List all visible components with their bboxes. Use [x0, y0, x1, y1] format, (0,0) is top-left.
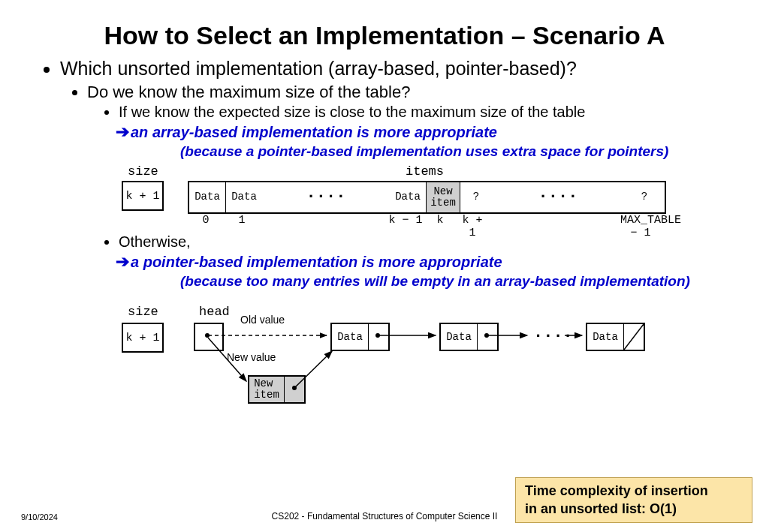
linked-diagram: size head k + 1 New item Data Data [30, 293, 731, 409]
complexity-line2: in an unsorted list: O(1) [525, 500, 743, 518]
reason2: (because too many entries will be empty … [30, 273, 731, 290]
size-label2: size [128, 305, 158, 319]
array-cell: ? [460, 182, 492, 212]
array-diagram: size k + 1 items DataData····DataNew ite… [30, 164, 731, 247]
reason1: (because a pointer-based implementation … [30, 143, 731, 160]
array-cell-label: MAX_TABLE − 1 [620, 214, 661, 239]
svg-line-0 [624, 324, 644, 350]
bullet-main-question: Which unsorted implementation (array-bas… [60, 58, 731, 80]
items-label: items [406, 164, 444, 179]
answer2-row: ➔ a pointer-based implementation is more… [30, 252, 731, 272]
complexity-line1: Time complexity of insertion [525, 482, 743, 500]
complexity-callout: Time complexity of insertion in an unsor… [515, 477, 752, 523]
content-area: Which unsorted implementation (array-bas… [0, 58, 769, 409]
array-cell-label: k − 1 [388, 214, 424, 239]
pointer-dot [375, 333, 380, 338]
array-cell: Data [226, 182, 262, 212]
array-cell-label: k [424, 214, 457, 239]
data-node: Data [330, 323, 390, 351]
array-cell-label: k + 1 [457, 214, 488, 239]
old-value-label: Old value [240, 314, 285, 326]
arrow-icon: ➔ [116, 252, 129, 272]
pointer-dot [484, 333, 489, 338]
array-cell: ···· [492, 182, 624, 212]
array-cell: New item [427, 182, 460, 212]
new-item-node: New item [248, 375, 306, 404]
data-node: Data [439, 323, 499, 351]
size-box: k + 1 [122, 181, 164, 211]
answer1-row: ➔ an array-based implementation is more … [30, 122, 731, 142]
pointer-dot [292, 386, 297, 390]
size-label: size [128, 164, 158, 179]
cell-labels: 01k − 1kk + 1MAX_TABLE − 1 [188, 214, 661, 239]
pointer-dot [205, 333, 210, 338]
head-label: head [199, 305, 230, 319]
array-cell: ···· [262, 182, 390, 212]
size-box2: k + 1 [122, 323, 164, 353]
array-cell: ? [624, 182, 665, 212]
new-value-label: New value [227, 351, 276, 363]
array-cell-label [260, 214, 388, 239]
answer2-text: a pointer-based implementation is more a… [131, 254, 502, 271]
bullet-sub-question: Do we know the maximum size of the table… [87, 83, 731, 102]
slide: How to Select an Implementation – Scenar… [0, 0, 769, 532]
array-cell-label: 1 [224, 214, 260, 239]
array-cell-label: 0 [188, 214, 224, 239]
array-cell: Data [390, 182, 427, 212]
array-cell-label [488, 214, 620, 239]
data-node-last: Data [586, 323, 645, 351]
ellipsis: ···· [533, 327, 573, 346]
array-strip: DataData····DataNew item?····? [188, 181, 666, 214]
array-cell: Data [189, 182, 226, 212]
slide-title: How to Select an Implementation – Scenar… [0, 0, 769, 58]
bullet-case1: If we know the expected size is close to… [119, 104, 731, 121]
arrow-icon: ➔ [116, 122, 129, 142]
answer1-text: an array-based implementation is more ap… [131, 124, 497, 141]
